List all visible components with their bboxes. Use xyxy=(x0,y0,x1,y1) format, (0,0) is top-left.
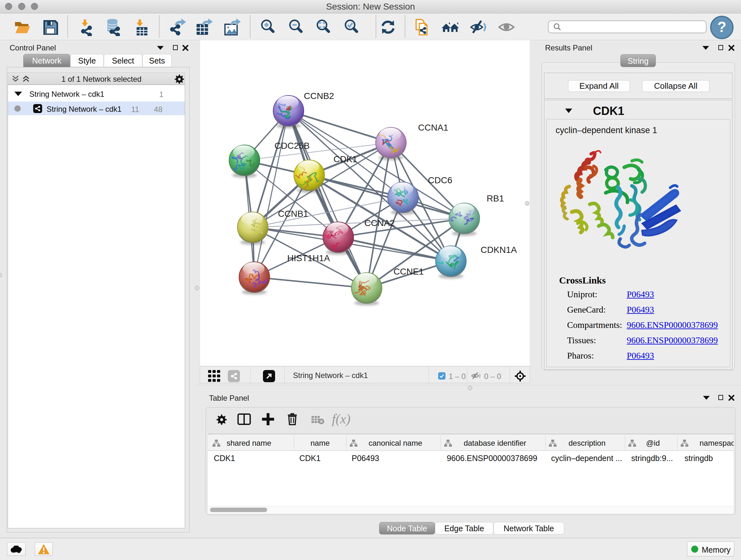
svg-text:CDC6: CDC6 xyxy=(428,175,452,185)
svg-text:CDKN1A: CDKN1A xyxy=(481,245,517,255)
svg-text:CCNA2: CCNA2 xyxy=(364,218,395,228)
svg-text:HIST1H1A: HIST1H1A xyxy=(287,253,330,263)
svg-text:CCNB1: CCNB1 xyxy=(278,209,308,219)
svg-text:?: ? xyxy=(718,18,726,35)
svg-text:CDK1: CDK1 xyxy=(333,154,357,164)
svg-text:CCNA1: CCNA1 xyxy=(418,123,448,132)
svg-text:CCNB2: CCNB2 xyxy=(304,91,334,101)
svg-text:CDC25B: CDC25B xyxy=(274,141,310,151)
svg-text:RB1: RB1 xyxy=(487,193,504,203)
svg-text:CCNE1: CCNE1 xyxy=(394,266,424,276)
